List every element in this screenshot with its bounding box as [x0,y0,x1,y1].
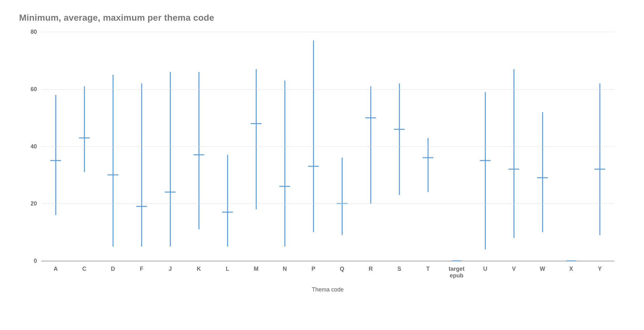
zero-stub [452,261,461,262]
average-mark [537,177,548,178]
x-tick-label: S [385,264,414,279]
chart: 020406080 ACDFJKLMNPQRSTtarget epubUVWXY… [19,32,617,293]
average-mark [79,137,90,138]
gridline [41,32,614,32]
x-tick-label: target epub [442,264,471,279]
range-line [55,95,56,215]
x-tick-label: C [70,264,99,279]
range-line [284,81,285,247]
zero-stub [567,261,576,262]
x-axis-labels: ACDFJKLMNPQRSTtarget epubUVWXY [41,264,614,279]
range-line [399,83,400,195]
x-tick-label: Y [585,264,614,279]
range-line [599,83,600,235]
average-mark [508,169,519,170]
range-line [485,92,486,249]
y-tick-label: 40 [31,143,37,150]
average-mark [165,192,176,193]
x-tick-label: N [270,264,299,279]
x-tick-label: W [528,264,557,279]
x-tick-label: X [557,264,585,279]
average-mark [480,160,491,161]
average-mark [222,212,233,213]
x-tick-label: V [500,264,528,279]
chart-title: Minimum, average, maximum per thema code [19,13,625,23]
y-tick-label: 0 [34,258,37,264]
gridline [41,89,614,90]
x-tick-label: R [356,264,385,279]
y-tick-label: 80 [31,29,37,35]
x-tick-label: Q [328,264,356,279]
x-tick-label: K [185,264,213,279]
average-mark [108,175,118,176]
x-tick-label: F [127,264,156,279]
x-tick-label: J [156,264,185,279]
x-tick-label: A [41,264,70,279]
range-line [428,138,429,192]
average-mark [365,117,376,118]
range-line [84,86,85,172]
average-mark [251,123,262,124]
x-tick-label: D [99,264,127,279]
average-mark [394,129,405,130]
average-mark [279,186,290,187]
gridline [41,147,614,147]
range-line [113,75,114,247]
average-mark [423,157,433,158]
x-tick-label: M [242,264,270,279]
range-line [199,72,200,229]
plot-area: 020406080 [41,32,614,261]
range-line [370,86,371,204]
range-line [256,69,257,209]
average-mark [594,169,605,170]
range-line [342,158,343,235]
average-mark [136,206,147,207]
gridline [41,204,614,204]
x-tick-label: L [213,264,242,279]
range-line [170,72,171,247]
range-line [227,155,228,247]
range-line [514,69,514,238]
average-mark [50,160,61,161]
range-line [141,83,142,247]
range-line [542,112,543,232]
y-tick-label: 20 [31,200,37,207]
average-mark [193,154,204,155]
average-mark [308,166,319,167]
x-tick-label: U [471,264,500,279]
y-tick-label: 60 [31,86,37,92]
x-axis-title: Thema code [41,286,614,293]
x-tick-label: T [414,264,442,279]
x-tick-label: P [299,264,328,279]
